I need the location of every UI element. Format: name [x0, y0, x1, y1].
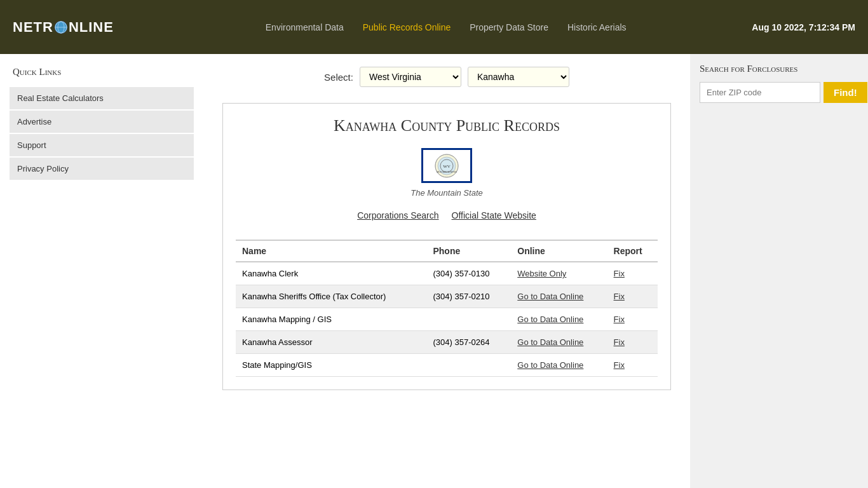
col-online: Online: [511, 240, 607, 262]
cell-name: Kanawha Assessor: [236, 331, 426, 354]
online-link[interactable]: Go to Data Online: [517, 360, 583, 370]
state-nickname: The Mountain State: [410, 188, 482, 198]
cell-online[interactable]: Go to Data Online: [511, 331, 607, 354]
online-link[interactable]: Website Only: [517, 269, 566, 278]
fix-link[interactable]: Fix: [614, 337, 625, 347]
header: NETR NLINE Environmental Data Public Rec…: [0, 0, 868, 54]
county-content: Kanawha County Public Records WV MONTANI…: [222, 103, 671, 390]
cell-report[interactable]: Fix: [607, 262, 658, 285]
table-row: Kanawha Clerk(304) 357-0130Website OnlyF…: [236, 262, 658, 285]
state-flag-area: WV MONTANI SEMPER The Mountain State: [236, 148, 658, 198]
fix-link[interactable]: Fix: [614, 292, 625, 301]
cell-report[interactable]: Fix: [607, 308, 658, 331]
nav-historic-aerials[interactable]: Historic Aerials: [567, 22, 627, 32]
select-label: Select:: [324, 72, 353, 83]
cell-report[interactable]: Fix: [607, 331, 658, 354]
cell-phone: (304) 357-0210: [426, 285, 511, 308]
table-row: State Mapping/GISGo to Data OnlineFix: [236, 354, 658, 377]
fix-link[interactable]: Fix: [614, 269, 625, 278]
foreclosure-form: Find!: [700, 82, 858, 103]
svg-text:MONTANI SEMPER: MONTANI SEMPER: [437, 171, 457, 173]
sidebar-item-privacy[interactable]: Privacy Policy: [10, 158, 194, 180]
state-flag: WV MONTANI SEMPER: [421, 148, 472, 183]
find-button[interactable]: Find!: [824, 82, 867, 103]
corporations-search-link[interactable]: Corporations Search: [357, 210, 438, 220]
cell-phone: [426, 308, 511, 331]
col-report: Report: [607, 240, 658, 262]
logo-text-netr: NETR: [13, 19, 53, 36]
col-phone: Phone: [426, 240, 511, 262]
logo-text-nline: NLINE: [69, 19, 114, 36]
county-title: Kanawha County Public Records: [236, 116, 658, 135]
cell-phone: [426, 354, 511, 377]
cell-online[interactable]: Go to Data Online: [511, 354, 607, 377]
nav-property-data[interactable]: Property Data Store: [470, 22, 548, 32]
cell-name: Kanawha Sheriffs Office (Tax Collector): [236, 285, 426, 308]
nav-environmental[interactable]: Environmental Data: [266, 22, 344, 32]
sidebar: Quick Links Real Estate Calculators Adve…: [0, 54, 203, 488]
fix-link[interactable]: Fix: [614, 315, 625, 324]
records-table: Name Phone Online Report Kanawha Clerk(3…: [236, 240, 658, 377]
main-container: Quick Links Real Estate Calculators Adve…: [0, 54, 868, 488]
logo: NETR NLINE: [13, 19, 140, 36]
table-row: Kanawha Assessor(304) 357-0264Go to Data…: [236, 331, 658, 354]
cell-online[interactable]: Go to Data Online: [511, 308, 607, 331]
content-area: Select: West Virginia Alabama Alaska Ari…: [203, 54, 690, 488]
state-select[interactable]: West Virginia Alabama Alaska Arizona Ark…: [360, 67, 461, 87]
fix-link[interactable]: Fix: [614, 360, 625, 370]
main-nav: Environmental Data Public Records Online…: [140, 22, 752, 32]
official-state-website-link[interactable]: Official State Website: [452, 210, 536, 220]
state-links: Corporations Search Official State Websi…: [236, 210, 658, 220]
cell-phone: (304) 357-0130: [426, 262, 511, 285]
online-link[interactable]: Go to Data Online: [517, 315, 583, 324]
county-select[interactable]: Kanawha Berkeley Cabell Jefferson Monong…: [468, 67, 569, 87]
table-row: Kanawha Mapping / GISGo to Data OnlineFi…: [236, 308, 658, 331]
cell-report[interactable]: Fix: [607, 285, 658, 308]
foreclosure-title: Search for Forclosures: [700, 64, 858, 74]
select-bar: Select: West Virginia Alabama Alaska Ari…: [222, 67, 671, 87]
sidebar-item-advertise[interactable]: Advertise: [10, 111, 194, 133]
online-link[interactable]: Go to Data Online: [517, 337, 583, 347]
nav-public-records[interactable]: Public Records Online: [363, 22, 451, 32]
flag-seal-icon: WV MONTANI SEMPER: [434, 153, 459, 179]
quick-links-title: Quick Links: [10, 64, 194, 81]
cell-online[interactable]: Website Only: [511, 262, 607, 285]
cell-online[interactable]: Go to Data Online: [511, 285, 607, 308]
cell-report[interactable]: Fix: [607, 354, 658, 377]
datetime-display: Aug 10 2022, 7:12:34 PM: [752, 22, 855, 32]
globe-icon: [55, 21, 67, 34]
zip-input[interactable]: [700, 82, 820, 103]
sidebar-item-support[interactable]: Support: [10, 134, 194, 156]
sidebar-item-real-estate[interactable]: Real Estate Calculators: [10, 87, 194, 109]
online-link[interactable]: Go to Data Online: [517, 292, 583, 301]
cell-name: Kanawha Mapping / GIS: [236, 308, 426, 331]
cell-name: State Mapping/GIS: [236, 354, 426, 377]
table-row: Kanawha Sheriffs Office (Tax Collector)(…: [236, 285, 658, 308]
svg-text:WV: WV: [443, 164, 451, 169]
col-name: Name: [236, 240, 426, 262]
cell-phone: (304) 357-0264: [426, 331, 511, 354]
cell-name: Kanawha Clerk: [236, 262, 426, 285]
right-panel: Search for Forclosures Find!: [690, 54, 868, 488]
